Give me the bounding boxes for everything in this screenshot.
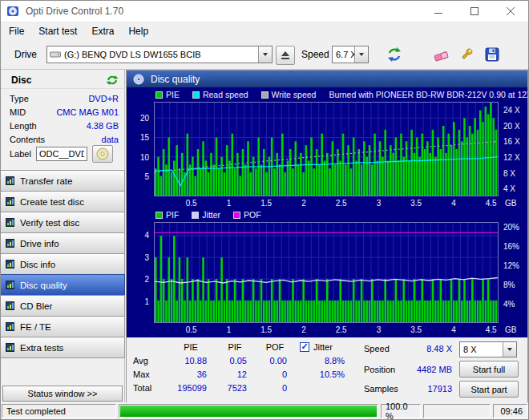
status-window-button[interactable]: Status window >>: [2, 386, 123, 402]
disc-section-header: Disc: [0, 71, 125, 89]
refresh-disc-icon[interactable]: [106, 75, 119, 86]
sidebar-item-disc-quality[interactable]: Disc quality: [0, 274, 125, 296]
disc-label-row: Label: [0, 145, 125, 163]
jitter-checkbox[interactable]: [300, 342, 309, 352]
axis-tick: 20: [140, 114, 149, 123]
nav-item-icon: [6, 322, 14, 331]
legend-pof: POF: [233, 210, 261, 220]
menu-file[interactable]: File: [2, 23, 31, 39]
disc-section-title: Disc: [11, 75, 31, 86]
erase-disc-button[interactable]: [431, 46, 450, 65]
nav-item-icon: [6, 281, 14, 289]
speed-stat-label: Speed: [364, 344, 390, 353]
axis-tick: 0.5: [186, 325, 197, 334]
axis-tick: 1: [227, 199, 232, 208]
drive-label: Drive: [14, 49, 37, 60]
menu-help[interactable]: Help: [121, 23, 155, 39]
sidebar-item-cd-bler[interactable]: CD Bler: [0, 295, 125, 317]
minimize-button[interactable]: [420, 0, 456, 22]
chart2-right-axis: 20%16%12%8%4%: [501, 222, 527, 323]
disc-info-value: 4.38 GB: [87, 121, 119, 131]
sidebar-item-extra-tests[interactable]: Extra tests: [0, 337, 125, 358]
window-title: Opti Drive Control 1.70: [26, 6, 123, 17]
stats-row-label: Total: [130, 383, 167, 393]
settings-button[interactable]: [457, 45, 476, 64]
chart2-x-axis: 0.511.522.533.544.5GB: [154, 325, 499, 335]
samples-stat-value: 17913: [391, 384, 452, 394]
axis-tick: 4.5: [486, 199, 497, 208]
menu-extra[interactable]: Extra: [84, 23, 121, 39]
axis-tick: 4%: [503, 300, 515, 309]
stats-pof-value: 0: [255, 383, 295, 393]
sidebar-item-verify-test-disc[interactable]: Verify test disc: [0, 212, 125, 233]
main-panel: Disc quality PIERead speedWrite speedBur…: [126, 70, 528, 402]
drive-select[interactable]: (G:) BENQ DVD LS DW1655 BCIB: [46, 46, 273, 63]
chart1-right-axis: 24 X20 X16 X12 X8 X4 X: [501, 102, 527, 196]
axis-tick: 16%: [503, 242, 519, 251]
speed-select-arrow[interactable]: [354, 46, 368, 63]
axis-tick: 2: [301, 199, 306, 208]
sidebar-item-transfer-rate[interactable]: Transfer rate: [0, 170, 125, 192]
stats-pie-value: 10.88: [167, 356, 215, 365]
sidebar-item-disc-info[interactable]: Disc info: [0, 253, 125, 275]
status-text: Test completed: [2, 404, 116, 418]
progress-bar: [119, 404, 378, 418]
drive-icon: [47, 50, 61, 59]
app-icon: [6, 5, 19, 18]
pie-chart: PIERead speedWrite speedBurned with PION…: [127, 89, 527, 209]
stats-row-label: Max: [130, 370, 167, 379]
sidebar-item-fe-te[interactable]: FE / TE: [0, 316, 125, 337]
titlebar: Opti Drive Control 1.70: [0, 0, 529, 22]
axis-tick: 3: [144, 253, 149, 262]
status-spacer: [423, 404, 491, 418]
axis-tick: 3.5: [410, 199, 422, 208]
maximize-button[interactable]: [456, 0, 492, 22]
axis-tick: 2.5: [336, 199, 347, 208]
nav-item-icon: [6, 260, 14, 269]
axis-tick: 8 X: [503, 169, 515, 178]
axis-tick: 12%: [503, 261, 519, 270]
window-controls: [420, 0, 528, 22]
speed-select[interactable]: 6.7 X: [332, 46, 369, 63]
cd-label-button[interactable]: [92, 145, 113, 163]
chart2-legend: PIFJitterPOF: [155, 210, 261, 220]
sidebar-item-create-test-disc[interactable]: Create test disc: [0, 191, 125, 212]
toolbar: Drive (G:) BENQ DVD LS DW1655 BCIB Speed…: [0, 40, 529, 70]
legend-read: Read speed: [192, 90, 248, 99]
axis-tick: 1: [227, 325, 232, 334]
nav-item-icon: [6, 343, 14, 352]
save-button[interactable]: [483, 45, 502, 64]
close-button[interactable]: [492, 0, 528, 22]
refresh-drives-button[interactable]: [385, 45, 404, 64]
start-part-button[interactable]: Start part: [459, 381, 519, 398]
stats-col-header-pie: PIE: [167, 342, 215, 352]
axis-tick: 4 X: [503, 184, 515, 193]
menu-start-test[interactable]: Start test: [31, 23, 84, 39]
elapsed-time: 09:46: [493, 404, 527, 418]
disc-label-caption: Label: [10, 149, 31, 159]
axis-tick: 2: [144, 275, 149, 284]
sidebar-item-drive-info[interactable]: Drive info: [0, 232, 125, 254]
legend-pif: PIF: [155, 210, 179, 220]
disc-label-input[interactable]: [36, 147, 87, 161]
eject-button[interactable]: [276, 46, 295, 65]
axis-tick: 20%: [503, 223, 519, 232]
drive-select-arrow[interactable]: [258, 46, 272, 63]
scan-speed-select[interactable]: 8 X: [459, 341, 517, 357]
chart2-plot: [154, 222, 499, 323]
floppy-disk-icon: [485, 47, 499, 62]
axis-tick: 3.5: [410, 325, 422, 334]
axis-tick: 12 X: [503, 153, 520, 162]
status-bar: Test completed 100.0 % 09:46: [0, 402, 529, 420]
axis-tick: 1: [144, 297, 149, 306]
legend-pie: PIE: [155, 90, 180, 99]
axis-tick: 4: [451, 199, 456, 208]
x-axis-unit: GB: [505, 199, 516, 208]
scan-speed-arrow[interactable]: [503, 342, 516, 357]
nav-item-label: Extra tests: [20, 343, 63, 353]
disc-info-row: TypeDVD+R: [0, 92, 125, 106]
start-full-button[interactable]: Start full: [459, 361, 519, 378]
nav-item-label: Verify test disc: [20, 218, 79, 228]
stats-pif-value: 7523: [215, 383, 255, 393]
sidebar-nav: Transfer rateCreate test discVerify test…: [0, 171, 125, 358]
